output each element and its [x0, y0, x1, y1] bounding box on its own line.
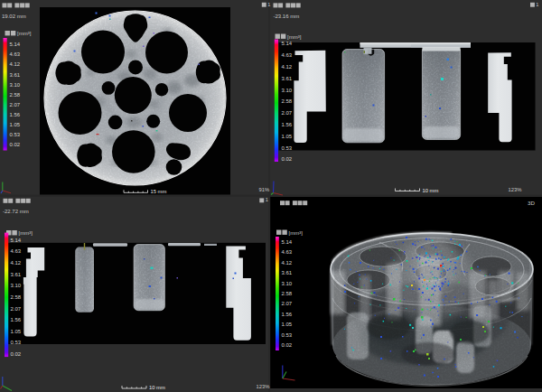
svg-text:[mm³]: [mm³] — [19, 230, 33, 236]
svg-text:2.58: 2.58 — [10, 92, 21, 98]
svg-text:1.56: 1.56 — [10, 112, 21, 117]
svg-text:1.05: 1.05 — [282, 322, 293, 327]
svg-text:5.14: 5.14 — [282, 41, 293, 46]
svg-text:4.12: 4.12 — [282, 260, 293, 266]
svg-text:1.05: 1.05 — [282, 134, 293, 139]
svg-text:19.02 mm: 19.02 mm — [2, 14, 26, 19]
svg-text:4.12: 4.12 — [11, 260, 22, 266]
svg-text:0.53: 0.53 — [282, 145, 293, 151]
svg-text:1: 1 — [266, 197, 268, 202]
svg-text:3.10: 3.10 — [11, 283, 22, 288]
svg-text:2.58: 2.58 — [282, 291, 293, 296]
svg-text:0.53: 0.53 — [11, 340, 22, 345]
svg-text:1.05: 1.05 — [10, 122, 21, 127]
svg-text:2.58: 2.58 — [11, 294, 22, 300]
svg-text:4.63: 4.63 — [10, 51, 21, 57]
svg-text:3.61: 3.61 — [282, 76, 293, 81]
svg-text:1.56: 1.56 — [11, 317, 22, 322]
svg-text:3.61: 3.61 — [282, 270, 293, 275]
svg-text:91%: 91% — [259, 187, 270, 192]
svg-text:1.05: 1.05 — [11, 329, 22, 334]
svg-text:123%: 123% — [509, 187, 522, 192]
svg-text:0.02: 0.02 — [282, 156, 293, 162]
svg-text:0.02: 0.02 — [282, 342, 293, 348]
svg-text:3.10: 3.10 — [10, 82, 21, 88]
svg-text:1: 1 — [536, 2, 538, 7]
svg-text:0.02: 0.02 — [11, 351, 22, 357]
svg-text:1.56: 1.56 — [282, 312, 293, 317]
svg-text:2.07: 2.07 — [282, 110, 293, 116]
svg-text:5.14: 5.14 — [282, 239, 293, 245]
svg-text:10 mm: 10 mm — [423, 188, 439, 193]
svg-text:[mm³]: [mm³] — [287, 34, 302, 40]
svg-text:3.10: 3.10 — [282, 281, 293, 286]
svg-text:123%: 123% — [257, 384, 270, 389]
svg-text:3.10: 3.10 — [282, 88, 293, 93]
svg-text:1.56: 1.56 — [282, 122, 293, 127]
svg-text:4.63: 4.63 — [282, 52, 293, 58]
svg-text:5.14: 5.14 — [10, 42, 21, 47]
svg-text:4.63: 4.63 — [282, 249, 293, 255]
svg-text:3D: 3D — [528, 200, 535, 206]
svg-text:4.12: 4.12 — [282, 64, 293, 70]
svg-text:[mm³]: [mm³] — [17, 31, 32, 36]
svg-text:2.07: 2.07 — [11, 306, 22, 312]
svg-text:2.58: 2.58 — [282, 98, 293, 104]
svg-text:0.53: 0.53 — [282, 332, 293, 338]
svg-text:[mm³]: [mm³] — [289, 230, 304, 236]
svg-text:2.07: 2.07 — [10, 102, 21, 107]
svg-text:5.14: 5.14 — [11, 238, 22, 243]
svg-text:0.53: 0.53 — [10, 132, 21, 137]
svg-text:4.63: 4.63 — [11, 248, 22, 254]
svg-text:10 mm: 10 mm — [149, 385, 165, 390]
svg-text:2.07: 2.07 — [282, 301, 293, 306]
svg-text:4.12: 4.12 — [10, 61, 21, 67]
svg-text:3.61: 3.61 — [11, 272, 22, 277]
svg-text:1: 1 — [267, 2, 270, 7]
svg-text:3.61: 3.61 — [10, 72, 21, 78]
svg-text:-22.72 mm: -22.72 mm — [3, 209, 29, 214]
svg-text:15 mm: 15 mm — [151, 189, 167, 194]
svg-text:-23.16 mm: -23.16 mm — [274, 14, 300, 19]
svg-text:0.02: 0.02 — [10, 142, 21, 147]
